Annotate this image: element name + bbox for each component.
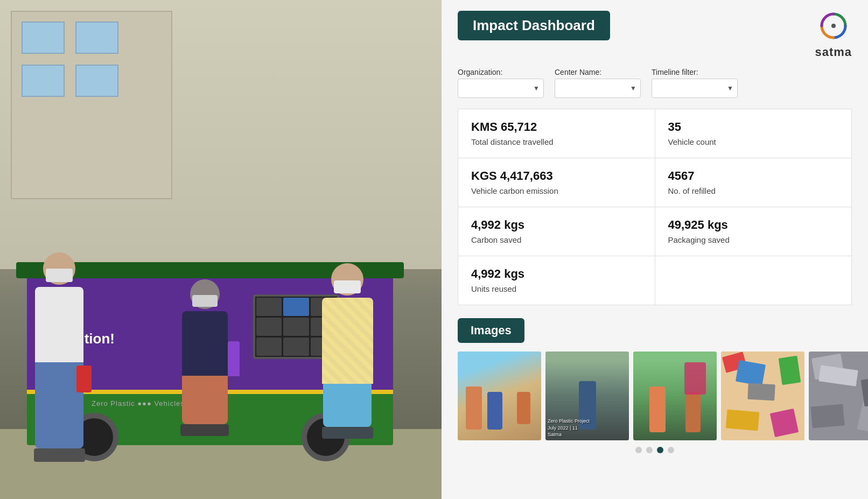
stat-carbon-emission: KGS 4,417,663 Vehicle carbon emission <box>458 158 655 207</box>
carousel-dot-4[interactable] <box>668 447 674 453</box>
stat-vehicle-count: 35 Vehicle count <box>655 109 852 158</box>
stats-grid: KMS 65,712 Total distance travelled 35 V… <box>458 109 852 305</box>
images-title: Images <box>458 318 524 343</box>
organization-select[interactable] <box>458 79 544 98</box>
logo-label: satma <box>815 45 852 59</box>
image-thumb-2[interactable]: Zero Plastic ProjectJuly 2022 | 11Satma <box>545 352 629 440</box>
filter-row: Organization: ▼ Center Name: ▼ Timeline … <box>458 68 852 98</box>
image-overlay-4 <box>721 352 804 440</box>
carousel-dot-2[interactable] <box>646 447 653 453</box>
stat-packaging-saved: 49,925 kgs Packaging saved <box>655 207 852 256</box>
carousel-dots <box>458 447 852 453</box>
stat-carbon-saved-value: 4,992 kgs <box>471 218 642 232</box>
center-select[interactable] <box>555 79 641 98</box>
carousel-dot-3[interactable] <box>657 447 663 453</box>
satma-logo: satma <box>815 11 852 59</box>
stat-carbon-emission-label: Vehicle carbon emission <box>471 186 642 195</box>
timeline-select[interactable] <box>652 79 738 98</box>
stat-total-distance: KMS 65,712 Total distance travelled <box>458 109 655 158</box>
stat-vehicle-count-label: Vehicle count <box>668 137 839 146</box>
stat-packaging-saved-value: 49,925 kgs <box>668 218 839 232</box>
organization-select-wrapper[interactable]: ▼ <box>458 79 544 98</box>
stat-carbon-saved: 4,992 kgs Carbon saved <box>458 207 655 256</box>
center-name-filter: Center Name: ▼ <box>555 68 641 98</box>
center-select-wrapper[interactable]: ▼ <box>555 79 641 98</box>
hero-photo: Refill Revolution! Zero Plast <box>0 0 442 499</box>
stat-refilled-label: No. of refilled <box>668 186 839 195</box>
stat-vehicle-count-value: 35 <box>668 120 839 134</box>
images-row: Zero Plastic ProjectJuly 2022 | 11Satma <box>458 352 852 440</box>
timeline-select-wrapper[interactable]: ▼ <box>652 79 738 98</box>
image-thumb-5[interactable] <box>809 352 868 440</box>
stat-refilled: 4567 No. of refilled <box>655 158 852 207</box>
image-overlay-1 <box>458 352 541 440</box>
stat-empty <box>655 256 852 305</box>
carousel-dot-1[interactable] <box>635 447 642 453</box>
organization-label: Organization: <box>458 68 544 76</box>
image-overlay-5 <box>809 352 868 440</box>
image-overlay-3 <box>633 352 717 440</box>
image-thumb-4[interactable] <box>721 352 804 440</box>
image-thumb-1[interactable] <box>458 352 541 440</box>
timeline-label: Timeline filter: <box>652 68 738 76</box>
stat-units-reused: 4,992 kgs Units reused <box>458 256 655 305</box>
stat-packaging-saved-label: Packaging saved <box>668 235 839 244</box>
dashboard-title: Impact Dashboard <box>458 11 610 40</box>
stat-carbon-emission-value: KGS 4,417,663 <box>471 169 642 183</box>
image-thumb-3[interactable] <box>633 352 717 440</box>
timeline-filter: Timeline filter: ▼ <box>652 68 738 98</box>
dashboard-header: Impact Dashboard satma <box>458 11 852 59</box>
organization-filter: Organization: ▼ <box>458 68 544 98</box>
images-section: Images Zero Plastic Pro <box>458 318 852 453</box>
dashboard-panel: Impact Dashboard satma Organization <box>442 0 868 499</box>
stat-units-reused-label: Units reused <box>471 284 642 293</box>
stat-carbon-saved-label: Carbon saved <box>471 235 642 244</box>
stat-total-distance-label: Total distance travelled <box>471 137 642 146</box>
stat-total-distance-value: KMS 65,712 <box>471 120 642 134</box>
stat-refilled-value: 4567 <box>668 169 839 183</box>
image-overlay-2: Zero Plastic ProjectJuly 2022 | 11Satma <box>545 352 629 440</box>
stat-units-reused-value: 4,992 kgs <box>471 267 642 281</box>
svg-point-1 <box>831 24 836 28</box>
center-name-label: Center Name: <box>555 68 641 76</box>
